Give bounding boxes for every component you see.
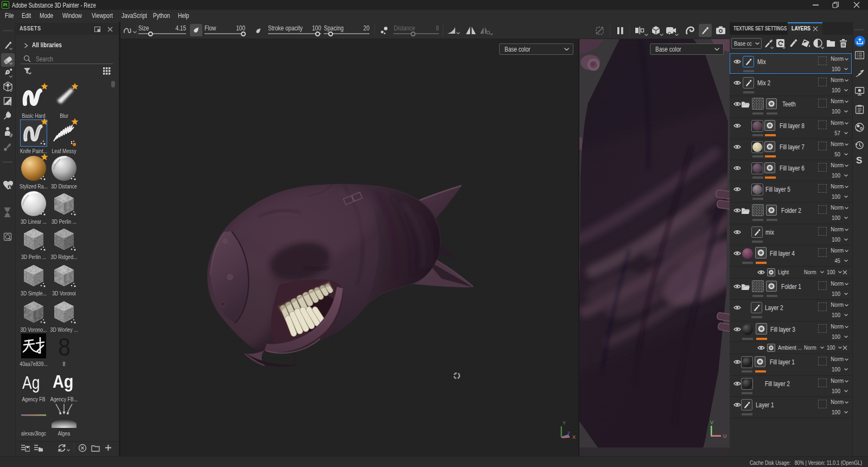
svg-text:Z: Z	[567, 431, 570, 436]
svg-text:U: U	[723, 433, 727, 439]
svg-text:Y: Y	[563, 420, 566, 426]
svg-text:V: V	[710, 420, 713, 425]
svg-text:X: X	[572, 434, 576, 440]
